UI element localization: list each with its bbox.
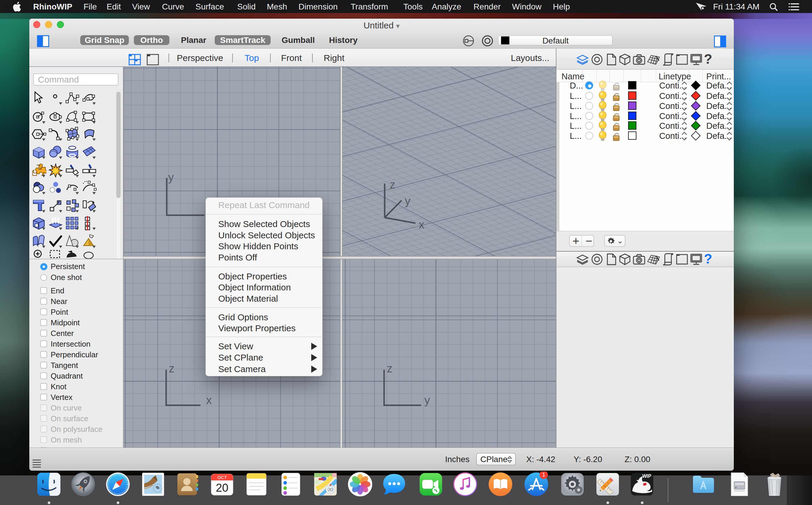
svg-text:3D: 3D bbox=[328, 487, 333, 492]
svg-text:WIP: WIP bbox=[642, 474, 652, 479]
svg-text:1: 1 bbox=[542, 472, 545, 478]
svg-text:280: 280 bbox=[319, 480, 323, 483]
svg-text:OCT: OCT bbox=[217, 475, 227, 480]
svg-text:20: 20 bbox=[216, 482, 228, 494]
